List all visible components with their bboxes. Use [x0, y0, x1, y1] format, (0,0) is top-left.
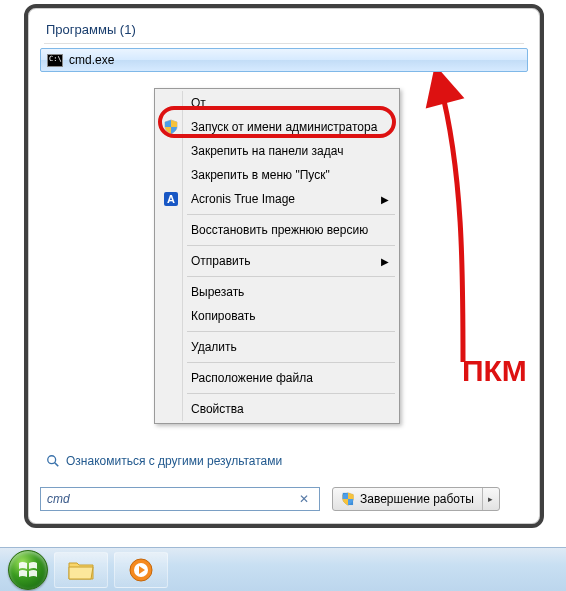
- menu-item-send-to[interactable]: Отправить ▶: [157, 249, 397, 273]
- explorer-icon: [67, 559, 95, 581]
- cmd-icon: [47, 54, 63, 67]
- menu-item-acronis[interactable]: A Acronis True Image ▶: [157, 187, 397, 211]
- taskbar-media-player[interactable]: [114, 552, 168, 588]
- section-header-programs: Программы (1): [28, 8, 540, 41]
- divider: [44, 43, 524, 44]
- divider: [187, 276, 395, 277]
- svg-text:A: A: [167, 193, 175, 205]
- shutdown-dropdown[interactable]: ▸: [483, 488, 499, 510]
- menu-item-delete[interactable]: Удалить: [157, 335, 397, 359]
- media-player-icon: [128, 557, 154, 583]
- divider: [187, 245, 395, 246]
- search-input[interactable]: [47, 492, 247, 506]
- chevron-right-icon: ▶: [381, 256, 389, 267]
- menu-item-restore-previous[interactable]: Восстановить прежнюю версию: [157, 218, 397, 242]
- result-label: cmd.exe: [69, 53, 114, 67]
- svg-line-1: [55, 463, 59, 467]
- shutdown-button[interactable]: Завершение работы ▸: [332, 487, 500, 511]
- taskbar-explorer[interactable]: [54, 552, 108, 588]
- shutdown-main[interactable]: Завершение работы: [333, 488, 483, 510]
- shield-icon: [163, 119, 179, 135]
- divider: [187, 393, 395, 394]
- start-button[interactable]: [8, 550, 48, 590]
- menu-item-cut[interactable]: Вырезать: [157, 280, 397, 304]
- menu-item-pin-start[interactable]: Закрепить в меню "Пуск": [157, 163, 397, 187]
- annotation-label-pkm: ПКМ: [462, 354, 527, 388]
- acronis-icon: A: [163, 191, 179, 207]
- divider: [187, 362, 395, 363]
- see-more-results-link[interactable]: Ознакомиться с другими результатами: [46, 454, 282, 468]
- search-box[interactable]: ✕: [40, 487, 320, 511]
- divider: [187, 214, 395, 215]
- clear-icon[interactable]: ✕: [295, 492, 313, 506]
- menu-item-open[interactable]: От: [157, 91, 397, 115]
- windows-logo-icon: [16, 558, 40, 582]
- search-result-cmd[interactable]: cmd.exe: [40, 48, 528, 72]
- taskbar: [0, 547, 566, 591]
- svg-point-0: [48, 456, 56, 464]
- context-menu: От Запуск от имени администратора Закреп…: [154, 88, 400, 424]
- shield-icon: [341, 492, 355, 506]
- menu-item-copy[interactable]: Копировать: [157, 304, 397, 328]
- shutdown-label: Завершение работы: [360, 492, 474, 506]
- see-more-label: Ознакомиться с другими результатами: [66, 454, 282, 468]
- divider: [187, 331, 395, 332]
- menu-item-run-as-admin[interactable]: Запуск от имени администратора: [157, 115, 397, 139]
- bottom-bar: ✕ Завершение работы ▸: [40, 484, 528, 514]
- menu-item-pin-taskbar[interactable]: Закрепить на панели задач: [157, 139, 397, 163]
- chevron-right-icon: ▶: [381, 194, 389, 205]
- menu-item-file-location[interactable]: Расположение файла: [157, 366, 397, 390]
- menu-item-properties[interactable]: Свойства: [157, 397, 397, 421]
- magnifier-icon: [46, 454, 60, 468]
